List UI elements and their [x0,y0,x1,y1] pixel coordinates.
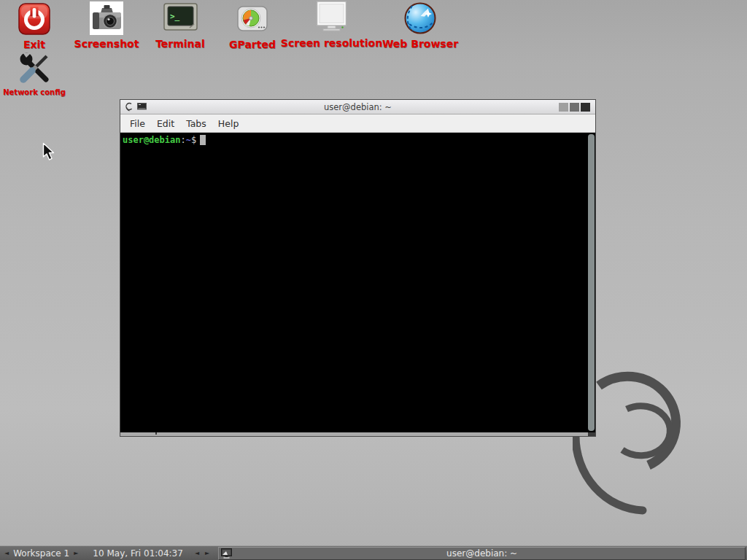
globe-icon [403,1,437,35]
desktop-icon-terminal[interactable]: >_ Terminal [149,1,212,49]
workspace-next-arrow[interactable]: ► [71,547,81,560]
menu-tabs[interactable]: Tabs [180,116,212,131]
minimize-button[interactable] [559,103,568,112]
pager-prev-arrow[interactable]: ◄ [192,547,202,560]
menu-edit[interactable]: Edit [151,116,180,131]
task-item-title: user@debian: ~ [219,548,745,559]
desktop-icon-label: GParted [229,39,276,50]
terminal-scrollbar[interactable] [588,134,595,431]
desktop-icon-web-browser[interactable]: Web Browser [382,1,459,49]
crt-terminal-icon: >_ [163,1,198,35]
taskbar: ◄ Workspace 1 ► 10 May, Fri 01:04:37 ◄ ►… [0,545,747,560]
tools-icon [17,51,52,85]
close-button[interactable] [581,103,590,112]
taskbar-clock: 10 May, Fri 01:04:37 [93,548,183,559]
menu-help[interactable]: Help [212,116,245,131]
border-corner-tick [155,432,157,435]
pager-next-arrow[interactable]: ► [202,547,212,560]
maximize-button[interactable] [570,103,579,112]
terminal-mini-icon [137,103,147,111]
disk-partition-icon [237,1,268,36]
power-icon [18,1,50,36]
terminal-window: user@debian: ~ File Edit Tabs Help user@… [120,99,596,437]
workspace-label[interactable]: Workspace 1 [13,548,69,559]
desktop-icon-screenshot[interactable]: Screenshot [75,1,138,49]
monitor-icon [314,0,349,34]
prompt-path: ~ [186,135,191,145]
prompt-symbol: $ [191,135,196,145]
prompt-colon: : [180,135,185,145]
desktop-icon-screen-resolution[interactable]: Screen resolution [283,0,380,48]
desktop-icon-label: Screenshot [74,39,139,49]
desktop-icon-exit[interactable]: Exit [12,1,56,50]
desktop-icon-gparted[interactable]: GParted [224,1,281,50]
shell-prompt: user@debian:~$ [120,133,595,146]
desktop-icon-label: Network config [3,88,66,98]
task-monitor-icon [221,548,232,559]
desktop-icon-label: Screen resolution [281,38,382,48]
task-item-terminal[interactable]: user@debian: ~ [218,547,746,560]
camera-icon [90,1,123,35]
desktop-icon-label: Exit [23,39,45,50]
workspace-prev-arrow[interactable]: ◄ [1,547,12,560]
mouse-cursor [42,142,56,162]
desktop-icon-label: Web Browser [382,39,458,49]
terminal-menubar: File Edit Tabs Help [120,114,595,133]
svg-text:>_: >_ [170,12,180,21]
text-cursor [200,135,206,145]
terminal-content[interactable]: user@debian:~$ [120,133,595,432]
window-titlebar[interactable]: user@debian: ~ [120,100,595,114]
resize-corner-handle[interactable] [588,432,595,436]
debian-swirl-icon [125,102,133,112]
desktop-icon-network-config[interactable]: Network config [1,51,67,98]
prompt-user-host: user@debian [123,135,180,145]
window-title: user@debian: ~ [120,102,595,112]
desktop-icon-label: Terminal [155,39,205,49]
menu-file[interactable]: File [124,116,151,131]
window-bottom-border[interactable] [120,432,595,436]
